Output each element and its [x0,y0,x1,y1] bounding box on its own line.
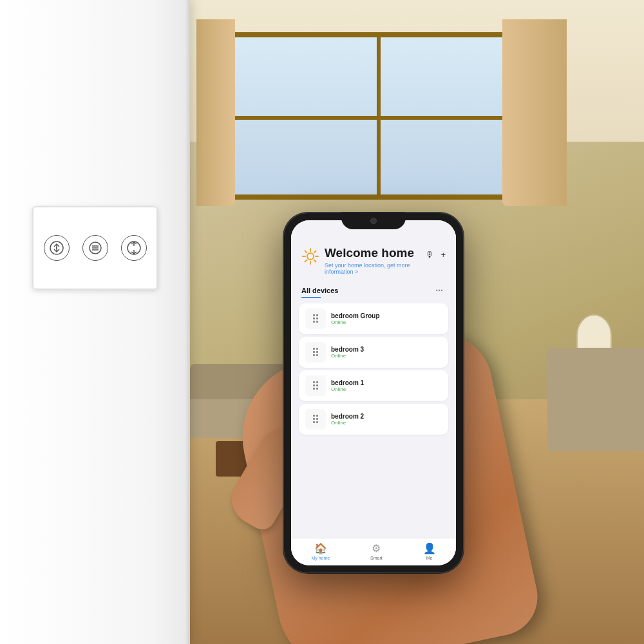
bottom-nav: 🏠 My home ⚙ Smart 👤 Me [291,538,456,565]
phone-screen: Welcome home Set your home location, get… [291,220,456,565]
svg-line-17 [314,251,316,253]
device-item-bedroom-group[interactable]: bedroom Group Online [299,303,448,334]
welcome-title: Welcome home [325,246,426,261]
wall-panel [0,0,190,644]
curtain-right [502,19,567,206]
device-icon-bedroom2 [305,409,326,430]
nav-item-me[interactable]: 👤 Me [423,542,436,560]
app-header: Welcome home Set your home location, get… [291,220,456,281]
device-item-bedroom1[interactable]: bedroom 1 Online [299,370,448,401]
device-item-bedroom2[interactable]: bedroom 2 Online [299,404,448,435]
armchair [547,348,644,451]
switch-button-updown[interactable] [44,235,70,261]
nav-item-smart[interactable]: ⚙ Smart [370,542,383,560]
device-dots-icon-4 [313,415,318,423]
nav-item-home[interactable]: 🏠 My home [311,542,330,560]
sun-icon [301,247,319,265]
device-dots-icon [313,314,318,323]
room-window [209,32,544,200]
device-list: bedroom Group Online [291,301,456,538]
devices-section-label: All devices ··· [291,281,456,297]
profile-icon: 👤 [423,542,436,554]
welcome-section: Welcome home Set your home location, get… [301,246,426,275]
welcome-subtitle: Set your home location, get more informa… [325,262,426,275]
switch-button-timer[interactable] [121,235,147,261]
svg-line-16 [314,260,316,262]
light-switch-panel [32,206,158,290]
device-info-bedroom1: bedroom 1 Online [331,379,364,392]
curtain-left [196,19,235,206]
device-info-bedroom2: bedroom 2 Online [331,413,364,426]
add-icon[interactable]: + [440,250,446,260]
svg-point-10 [307,253,314,260]
device-icon-bedroom-group [305,308,326,329]
svg-line-18 [305,260,307,262]
device-icon-bedroom3 [305,342,326,363]
device-info-bedroom3: bedroom 3 Online [331,346,364,359]
phone-frame: Welcome home Set your home location, get… [283,213,464,573]
home-icon: 🏠 [314,542,327,554]
camera [370,218,377,224]
header-icons: 🎙 + [426,246,446,260]
phone-notch [341,213,406,229]
phone-mockup: Welcome home Set your home location, get… [283,213,464,573]
app-content: Welcome home Set your home location, get… [291,220,456,565]
more-options-icon[interactable]: ··· [435,285,446,296]
device-icon-bedroom1 [305,375,326,396]
smart-icon: ⚙ [372,542,381,554]
device-item-bedroom3[interactable]: bedroom 3 Online [299,337,448,368]
svg-line-15 [305,251,307,253]
device-dots-icon-2 [313,348,318,356]
mic-icon[interactable]: 🎙 [426,250,434,260]
device-dots-icon-3 [313,381,318,390]
welcome-text: Welcome home Set your home location, get… [325,246,426,275]
switch-button-menu[interactable] [82,235,108,261]
section-divider [301,297,321,298]
device-info-bedroom-group: bedroom Group Online [331,312,380,325]
